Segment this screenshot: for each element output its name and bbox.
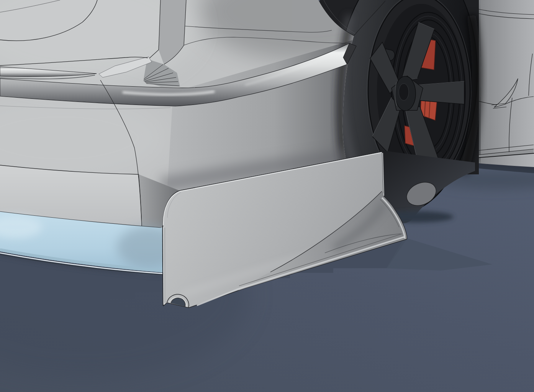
center-cap-inner: [399, 84, 409, 100]
endplate-left-edge-face: [164, 227, 164, 305]
render-canvas[interactable]: [0, 0, 534, 392]
cad-3d-viewport[interactable]: [0, 0, 534, 392]
